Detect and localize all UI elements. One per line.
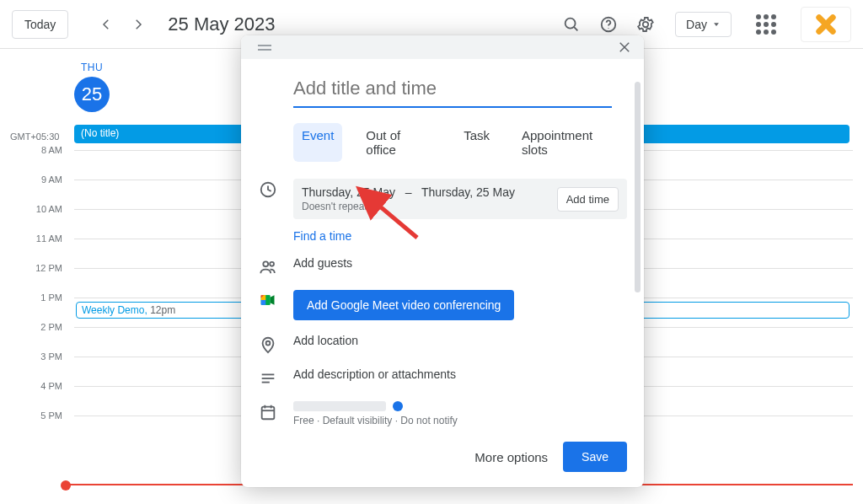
day-column-header[interactable]: THU 25: [74, 62, 110, 112]
hour-label: 12 PM: [0, 263, 62, 273]
dialog-header: [241, 35, 644, 59]
hour-label: 1 PM: [0, 292, 62, 303]
svg-marker-4: [714, 23, 719, 26]
extension-x-icon: [814, 13, 838, 36]
settings-button[interactable]: [631, 10, 660, 39]
hour-label: 4 PM: [0, 381, 62, 391]
calendar-visibility-row[interactable]: Free · Default visibility · Do not notif…: [258, 394, 627, 426]
location-pin-icon: [258, 334, 278, 354]
svg-rect-20: [262, 407, 275, 420]
event-title: Weekly Demo: [82, 304, 144, 316]
svg-rect-12: [261, 300, 266, 305]
add-description-placeholder: Add description or attachments: [293, 367, 627, 381]
svg-line-1: [574, 26, 577, 29]
date-separator: –: [405, 185, 412, 199]
date-range-box[interactable]: Thursday, 25 May – Thursday, 25 May Does…: [293, 179, 627, 219]
hour-label: 5 PM: [0, 410, 62, 421]
google-meet-icon: [258, 290, 278, 308]
apps-grid-icon: [756, 14, 776, 35]
hour-label: 3 PM: [0, 351, 62, 362]
help-button[interactable]: [594, 10, 623, 39]
more-options-link[interactable]: More options: [474, 450, 548, 464]
svg-point-3: [608, 28, 609, 29]
event-time: 12pm: [150, 304, 175, 316]
event-type-tabs: Event Out of office Task Appointment slo…: [293, 123, 627, 162]
tab-task[interactable]: Task: [455, 123, 498, 162]
date-time-row: Thursday, 25 May – Thursday, 25 May Does…: [258, 172, 627, 249]
dialog-footer: More options Save: [241, 426, 644, 487]
date-nav: [92, 10, 153, 39]
add-guests-placeholder: Add guests: [293, 256, 627, 270]
conferencing-row: Add Google Meet video conferencing: [258, 283, 627, 327]
chevron-left-icon: [99, 17, 114, 32]
next-day-button[interactable]: [124, 10, 153, 39]
chevron-right-icon: [131, 17, 146, 32]
repeat-label: Doesn't repeat: [302, 201, 515, 212]
hour-label: 10 AM: [0, 204, 62, 214]
google-apps-button[interactable]: [752, 10, 780, 39]
today-button[interactable]: Today: [12, 10, 68, 39]
svg-point-0: [566, 18, 576, 28]
add-google-meet-button[interactable]: Add Google Meet video conferencing: [293, 290, 514, 320]
drag-handle-icon[interactable]: [258, 45, 271, 51]
svg-point-9: [270, 262, 274, 266]
organizer-name-redacted: [293, 401, 386, 411]
location-row[interactable]: Add location: [258, 327, 627, 361]
visibility-meta: Free · Default visibility · Do not notif…: [293, 415, 627, 426]
search-button[interactable]: [557, 10, 586, 39]
description-row[interactable]: Add description or attachments: [258, 361, 627, 394]
add-location-placeholder: Add location: [293, 334, 627, 347]
dialog-body: Event Out of office Task Appointment slo…: [241, 59, 644, 426]
svg-point-16: [266, 341, 271, 346]
help-icon: [599, 15, 618, 34]
event-title-input[interactable]: [293, 74, 612, 108]
date-end: Thursday, 25 May: [421, 185, 515, 199]
svg-point-8: [263, 261, 268, 266]
date-start: Thursday, 25 May: [302, 185, 395, 199]
svg-rect-14: [266, 295, 271, 305]
calendar-color-dot: [393, 401, 403, 411]
gear-icon: [636, 15, 655, 34]
extension-button[interactable]: [801, 7, 851, 42]
find-a-time-link[interactable]: Find a time: [293, 229, 351, 243]
search-icon: [562, 15, 581, 34]
tab-appointment-slots[interactable]: Appointment slots: [513, 123, 627, 162]
tab-event[interactable]: Event: [293, 123, 342, 162]
hour-label: 2 PM: [0, 322, 62, 332]
description-icon: [258, 367, 278, 388]
prev-day-button[interactable]: [92, 10, 121, 39]
view-select-label: Day: [686, 18, 707, 31]
add-time-button[interactable]: Add time: [557, 187, 619, 212]
guests-row[interactable]: Add guests: [258, 249, 627, 283]
tab-out-of-office[interactable]: Out of office: [357, 123, 440, 162]
hour-label: 11 AM: [0, 233, 62, 244]
day-number-badge: 25: [74, 77, 110, 112]
view-select[interactable]: Day: [675, 12, 732, 37]
close-icon: [617, 40, 632, 55]
allday-event-title: (No title): [81, 127, 119, 139]
people-icon: [258, 256, 278, 276]
save-button[interactable]: Save: [563, 442, 627, 472]
quick-create-event-dialog: Event Out of office Task Appointment slo…: [241, 35, 644, 487]
day-of-week-label: THU: [74, 62, 110, 73]
dialog-scrollbar-thumb[interactable]: [635, 82, 641, 292]
caret-down-icon: [712, 20, 721, 29]
timezone-label: GMT+05:30: [10, 131, 59, 142]
calendar-icon: [258, 401, 278, 421]
hour-label: 8 AM: [0, 145, 62, 155]
svg-marker-13: [271, 295, 275, 305]
hour-label: 9 AM: [0, 174, 62, 185]
clock-icon: [258, 179, 278, 199]
current-date-heading: 25 May 2023: [168, 13, 275, 35]
close-dialog-button[interactable]: [614, 36, 635, 58]
